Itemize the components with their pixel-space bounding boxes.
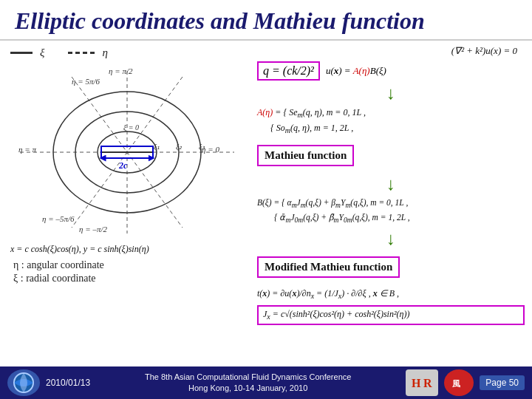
traction-formula: t(x) = ∂u(x)/∂nx = (1/Jx) · ∂/∂ξ , x ∈ B… [257, 288, 525, 300]
arrow-down-2: ↓ [257, 175, 525, 193]
solid-line-icon [10, 52, 33, 54]
modified-mathieu-function-box: Modified Mathieu function [257, 253, 525, 281]
svg-text:η = 5π/6: η = 5π/6 [72, 77, 100, 86]
coord-formula: x = c cosh(ξ)cos(η), y = c sinh(ξ)sin(η) [10, 242, 244, 256]
dashed-line-icon [68, 52, 95, 54]
footer-logo-left [7, 369, 40, 396]
footer-logo-extra: 風 [444, 369, 474, 396]
svg-text:H: H [412, 377, 421, 389]
svg-text:η = π/2: η = π/2 [109, 66, 133, 75]
A-formula: A(η) = { Sem(q, η), m = 0, 1L , { Som(q,… [257, 106, 525, 137]
svg-text:R: R [423, 377, 432, 389]
svg-text:ξ₂: ξ₂ [176, 143, 183, 151]
left-panel: ξ η η = π η = 0 η = π/2 η = 5π/6 η = –π/… [0, 41, 251, 366]
footer-conference: The 8th Asian Computational Fluid Dynami… [96, 372, 400, 395]
svg-text:風: 風 [451, 379, 460, 388]
footer-logo-right: H R [406, 369, 438, 396]
svg-text:η = –π/2: η = –π/2 [79, 225, 107, 233]
arrow-down-3: ↓ [257, 230, 525, 248]
right-panel: (∇² + k²)u(x) = 0 q = (ck/2)² u(x) = A(η… [251, 41, 532, 366]
q-formula-box: q = (ck/2)² [257, 61, 320, 81]
svg-text:ξ = 0: ξ = 0 [123, 123, 139, 132]
footer: 2010/01/13 The 8th Asian Computational F… [0, 366, 532, 399]
arrow-down-1: ↓ [257, 84, 525, 102]
svg-text:ξ₃: ξ₃ [199, 143, 205, 151]
mathieu-function-box: Mathieu function [257, 142, 525, 169]
footer-page: Page 50 [480, 375, 525, 390]
xi-legend-label: ξ [40, 47, 44, 59]
footer-date: 2010/01/13 [46, 378, 90, 388]
coordinate-labels: η : angular coordinate ξ : radial coordi… [10, 259, 244, 284]
xi-coord-label: ξ : radial coordinate [13, 273, 244, 284]
svg-text:ξ₁: ξ₁ [154, 143, 160, 151]
svg-text:2c: 2c [118, 160, 128, 171]
B-formula: B(ξ) = { αmJm(q,ξ) + βmYm(q,ξ), m = 0, 1… [257, 197, 525, 226]
svg-text:η = –5π/6: η = –5π/6 [42, 214, 75, 223]
coordinate-diagram: η = π η = 0 η = π/2 η = 5π/6 η = –π/2 η … [13, 64, 242, 241]
eta-legend-label: η [102, 47, 107, 59]
page-title: Elliptic coordinates and Mathieu functio… [0, 0, 532, 41]
jx-formula: Jx = c√(sinh²(ξ)cos²(η) + cosh²(ξ)sin²(η… [257, 305, 525, 324]
laplacian-eq: (∇² + k²)u(x) = 0 [257, 45, 525, 57]
eta-coord-label: η : angular coordinate [13, 259, 244, 271]
legend: ξ η [10, 47, 244, 59]
u-eq: u(x) = A(η)B(ξ) [326, 65, 386, 77]
